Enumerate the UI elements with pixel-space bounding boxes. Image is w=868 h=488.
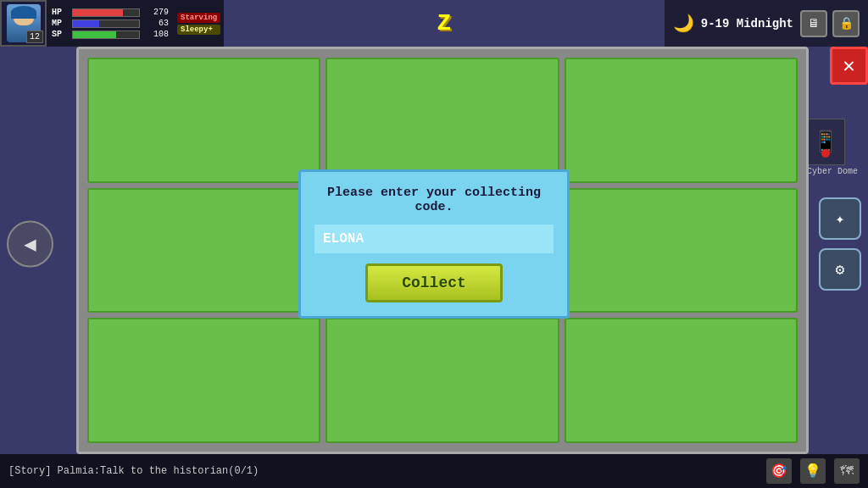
cyber-dome-panel: 📱 Cyber Dome [807,119,858,176]
hud-center: Z [224,0,665,47]
sleepy-tag: Sleepy+ [177,25,220,35]
grid-cell-middle-left [87,188,320,313]
hp-row: HP 279 [52,8,169,17]
sp-value: 108 [143,30,169,39]
player-avatar: 12 [0,0,47,47]
player-level: 12 [26,30,43,43]
grid-cell-bottom-left [87,318,320,443]
mp-row: MP 63 [52,19,169,28]
grid-cell-bottom-center [326,318,559,443]
sleep-z-indicator: Z [437,10,452,36]
hp-bar-fill [73,9,123,16]
hp-label: HP [52,8,69,17]
mp-value: 63 [143,19,169,28]
status-tags: Starving Sleepy+ [174,0,224,47]
mp-bar-bg [72,19,140,28]
bottom-bar: [Story] Palmia:Talk to the historian(0/1… [0,454,868,488]
monitor-button[interactable]: 🖥 [800,10,827,37]
hp-value: 279 [143,8,169,17]
bottom-icons: 🎯 💡 🗺 [766,458,860,484]
lock-button[interactable]: 🔒 [832,10,860,37]
top-hud: 12 HP 279 MP 63 SP 108 Starving Sleepy+ [0,0,868,47]
sp-row: SP 108 [52,30,169,39]
cyber-dome-image: 📱 [807,119,845,165]
action-button-2[interactable]: ⚙ [819,248,861,291]
hud-icons: 🖥 🔒 [800,10,860,37]
right-buttons: ✦ ⚙ [819,197,861,291]
bottom-icon-2[interactable]: 💡 [800,458,826,484]
grid-cell-bottom-right [565,318,798,443]
grid-cell-top-center [326,58,559,183]
starving-tag: Starving [177,13,220,23]
cyber-dome-label: Cyber Dome [807,167,858,176]
sp-bar-fill [73,31,116,38]
sp-bar-bg [72,30,140,39]
dialog-prompt: Please enter your collecting code. [314,186,554,214]
bottom-icon-3[interactable]: 🗺 [834,458,860,484]
action-button-1[interactable]: ✦ [819,197,861,240]
cyber-dome-red-dot [821,149,830,158]
story-text: [Story] Palmia:Talk to the historian(0/1… [8,465,259,477]
hud-right: 🌙 9-19 Midnight 🖥 🔒 [665,0,868,47]
moon-icon: 🌙 [673,13,694,34]
date-time: 9-19 Midnight [701,17,793,30]
bottom-icon-1[interactable]: 🎯 [766,458,792,484]
mp-bar-fill [73,20,99,27]
close-button[interactable]: ✕ [830,47,868,85]
sp-label: SP [52,30,69,39]
mp-label: MP [52,19,69,28]
avatar-hair [11,6,36,19]
grid-cell-middle-right [565,188,798,313]
collecting-code-dialog: Please enter your collecting code. Colle… [298,169,570,319]
left-nav-button[interactable]: ◀ [7,221,53,268]
grid-cell-top-left [87,58,320,183]
collect-button[interactable]: Collect [365,263,503,302]
stat-bars: HP 279 MP 63 SP 108 [47,0,174,47]
grid-cell-top-right [565,58,798,183]
collecting-code-input[interactable] [314,225,554,253]
hp-bar-bg [72,8,140,17]
